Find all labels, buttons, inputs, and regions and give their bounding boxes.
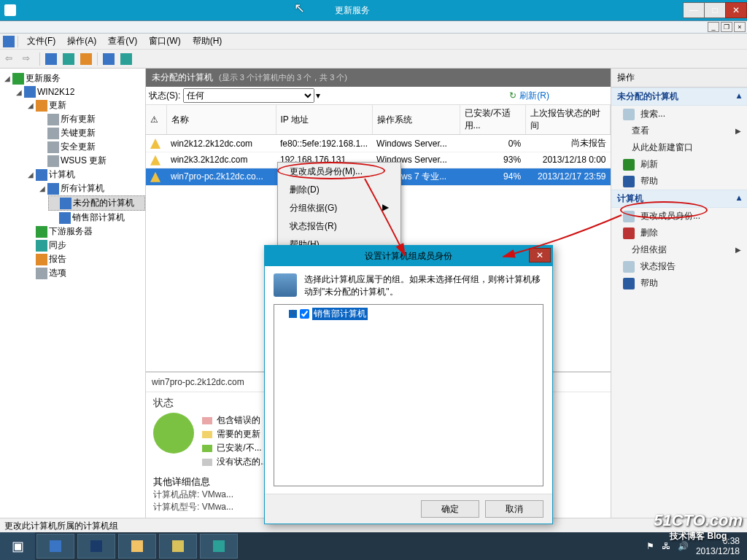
tree-reports[interactable]: 报告: [25, 252, 145, 266]
task-notepad[interactable]: [159, 534, 197, 559]
dialog-close-button[interactable]: ✕: [529, 248, 551, 262]
task-explorer[interactable]: [118, 534, 156, 559]
tree-label: 关键更新: [61, 127, 96, 139]
tree-sync[interactable]: 同步: [25, 238, 145, 252]
col-os[interactable]: 操作系统: [372, 105, 460, 135]
action-change-membership[interactable]: 更改成员身份...: [611, 208, 747, 225]
window-titlebar: 更新服务 — □ ✕: [0, 0, 747, 20]
action-view[interactable]: 查看▶: [611, 122, 747, 139]
tree-updates[interactable]: ◢更新: [25, 98, 145, 112]
tree-downstream[interactable]: 下游服务器: [25, 225, 145, 238]
action-refresh[interactable]: 刷新: [611, 156, 747, 173]
cell-last-report: 2013/12/18 0:00: [525, 152, 610, 168]
dialog-group-list[interactable]: └ 销售部计算机: [274, 304, 543, 486]
cell-installed: 0%: [460, 135, 525, 152]
action-new-window[interactable]: 从此处新建窗口: [611, 139, 747, 156]
action-delete[interactable]: 删除: [611, 225, 747, 241]
collapse-icon: ▴: [737, 90, 741, 103]
action-button[interactable]: [118, 51, 134, 67]
minimize-button[interactable]: —: [683, 2, 705, 18]
menu-file[interactable]: 文件(F): [21, 34, 61, 49]
menu-window[interactable]: 窗口(W): [143, 34, 186, 49]
tree-label: 更新: [49, 99, 66, 112]
report-icon: [623, 261, 635, 273]
ctx-group-by[interactable]: 分组依据(G)▶: [278, 199, 400, 217]
help-icon: [623, 176, 635, 187]
tree-label: 安全更新: [61, 141, 96, 153]
forward-button[interactable]: ⇨: [20, 51, 36, 67]
action-group-by[interactable]: 分组依据▶: [611, 241, 747, 258]
tree-all-updates[interactable]: 所有更新: [36, 112, 145, 126]
ctx-status-report[interactable]: 状态报告(R): [278, 217, 400, 236]
col-name[interactable]: 名称: [166, 105, 276, 135]
action-help[interactable]: 帮助: [611, 173, 747, 190]
chevron-right-icon: ▶: [735, 127, 741, 135]
tray-network-icon[interactable]: 🖧: [662, 541, 670, 551]
close-button[interactable]: ✕: [725, 2, 747, 18]
properties-button[interactable]: [61, 51, 77, 67]
tree-unassigned[interactable]: 未分配的计算机: [48, 195, 145, 211]
ctx-change-membership[interactable]: 更改成员身份(M)...: [278, 163, 400, 181]
table-row[interactable]: win2k12.2k12dc.com fe80::5efe:192.168.1.…: [146, 135, 611, 152]
group-checkbox-row[interactable]: └ 销售部计算机: [277, 308, 540, 320]
warning-icon: [150, 155, 160, 166]
menu-help[interactable]: 帮助(H): [187, 34, 228, 49]
collapse-icon: ▴: [737, 192, 741, 205]
help-icon: [623, 278, 635, 289]
ok-button[interactable]: 确定: [421, 500, 479, 518]
action-status-report[interactable]: 状态报告: [611, 258, 747, 275]
ctx-delete[interactable]: 删除(D): [278, 181, 400, 199]
col-installed[interactable]: 已安装/不适用...: [460, 105, 525, 135]
tree-label: 同步: [49, 239, 66, 252]
export-button[interactable]: [78, 51, 94, 67]
tree-options[interactable]: 选项: [25, 266, 145, 280]
tree-root[interactable]: ◢更新服务: [1, 71, 145, 85]
refresh-icon: [623, 159, 635, 171]
taskbar[interactable]: ▣ ⚑ 🖧 🔊 0:382013/12/18: [0, 532, 747, 560]
tree-all-computers[interactable]: ◢所有计算机: [36, 182, 145, 195]
cell-name: win7pro-pc.2k12dc.co...: [166, 168, 276, 185]
refresh-link[interactable]: ↻刷新(R): [506, 90, 608, 102]
col-ip[interactable]: IP 地址: [276, 105, 372, 135]
dialog-titlebar[interactable]: 设置计算机组成员身份 ✕: [265, 246, 552, 266]
status-label: 状态(S):: [149, 90, 180, 102]
cell-last-report: 尚未报告: [525, 135, 610, 152]
actions-section-computer[interactable]: 计算机▴: [611, 190, 747, 208]
mdi-minimize-button[interactable]: _: [708, 22, 719, 32]
mdi-close-button[interactable]: ×: [734, 22, 746, 32]
nav-tree[interactable]: ◢更新服务 ◢WIN2K12 ◢更新 所有更新 关键更新 安全更新 W: [0, 69, 146, 518]
tree-label: 未分配的计算机: [73, 197, 134, 209]
help-button[interactable]: [101, 51, 117, 67]
tray-flag-icon[interactable]: ⚑: [646, 541, 654, 551]
back-button[interactable]: ⇦: [3, 51, 19, 67]
action-search[interactable]: 搜索...: [611, 106, 747, 122]
actions-section-unassigned[interactable]: 未分配的计算机▴: [611, 88, 747, 106]
menu-action[interactable]: 操作(A): [61, 34, 102, 49]
tree-computers[interactable]: ◢计算机: [25, 168, 145, 182]
group-label: 销售部计算机: [312, 308, 368, 320]
tree-critical[interactable]: 关键更新: [36, 126, 145, 140]
show-hide-tree-button[interactable]: [43, 51, 59, 67]
group-checkbox[interactable]: [300, 309, 309, 319]
col-last-report[interactable]: 上次报告状态的时间: [525, 105, 610, 135]
action-help2[interactable]: 帮助: [611, 275, 747, 292]
task-powershell[interactable]: [77, 534, 115, 559]
membership-dialog: 设置计算机组成员身份 ✕ 选择此计算机应属于的组。如果未选择任何组，则将计算机移…: [264, 245, 553, 524]
col-warn-icon[interactable]: ⚠: [146, 105, 166, 135]
task-server-manager[interactable]: [36, 534, 74, 559]
window-title: 更新服务: [241, 4, 462, 17]
task-wsus[interactable]: [200, 534, 238, 559]
tree-wsus[interactable]: WSUS 更新: [36, 154, 145, 168]
maximize-button[interactable]: □: [704, 2, 726, 18]
tree-security[interactable]: 安全更新: [36, 140, 145, 154]
tree-sales[interactable]: 销售部计算机: [48, 211, 145, 225]
tray-volume-icon[interactable]: 🔊: [678, 541, 689, 551]
mdi-restore-button[interactable]: ❐: [721, 22, 732, 32]
menu-view[interactable]: 查看(V): [102, 34, 143, 49]
tree-server[interactable]: ◢WIN2K12: [13, 85, 145, 98]
context-menu: 更改成员身份(M)... 删除(D) 分组依据(G)▶ 状态报告(R) 帮助(H…: [277, 162, 401, 254]
cancel-button[interactable]: 取消: [485, 500, 543, 518]
start-button[interactable]: ▣: [0, 532, 35, 560]
tree-label: 选项: [49, 267, 66, 279]
status-select[interactable]: 任何: [183, 88, 314, 103]
